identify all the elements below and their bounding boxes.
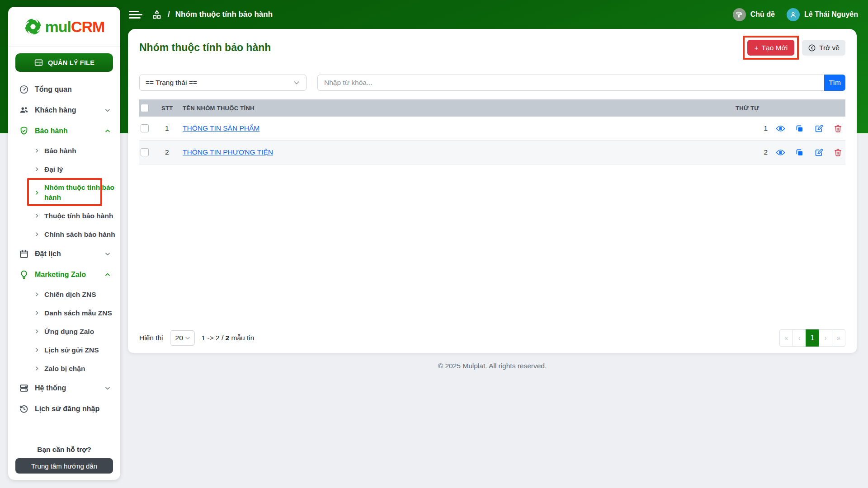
sidebar-subitem-lich-su-gui-zns[interactable]: Lịch sử gửi ZNS [8, 341, 120, 359]
sidebar-subitem-danh-sach-mau-zns[interactable]: Danh sách mẫu ZNS [8, 304, 120, 322]
sidebar-subitem-zalo-bi-chan[interactable]: Zalo bị chặn [8, 359, 120, 378]
row-name-link[interactable]: THÔNG TIN SẢN PHẨM [183, 124, 259, 132]
sidebar-item-tong-quan[interactable]: Tổng quan [8, 79, 120, 100]
page-title: Nhóm thuộc tính bảo hành [139, 42, 271, 54]
duplicate-icon[interactable] [795, 124, 804, 133]
row-checkbox[interactable] [141, 148, 149, 156]
theme-switcher[interactable]: Chủ đề [733, 8, 775, 21]
file-card-icon [34, 58, 43, 67]
page-size-value: 20 [175, 334, 183, 342]
prev-page-button[interactable]: ‹ [793, 329, 806, 347]
chevron-up-icon [104, 271, 111, 278]
row-checkbox[interactable] [141, 124, 149, 132]
view-icon[interactable] [776, 124, 785, 133]
sitemap-icon[interactable] [151, 9, 162, 20]
view-icon[interactable] [776, 148, 785, 157]
sidebar-subitem-label: Zalo bị chặn [44, 364, 85, 374]
hamburger-menu-icon[interactable] [129, 9, 142, 20]
theme-label: Chủ đề [750, 10, 775, 19]
delete-icon[interactable] [833, 148, 843, 157]
sidebar-subitem-ung-dung-zalo[interactable]: Ứng dụng Zalo [8, 322, 120, 341]
status-filter-value: == Trạng thái == [146, 79, 197, 87]
sidebar-subitem-label: Nhóm thuộc tính bảo hành [44, 183, 116, 202]
sidebar-item-he-thong[interactable]: Hệ thống [8, 378, 120, 399]
brand-logo[interactable]: mulCRM [8, 7, 120, 47]
sidebar-item-marketing-zalo[interactable]: Marketing Zalo [8, 264, 120, 285]
chevron-right-icon [34, 310, 40, 316]
edit-icon[interactable] [814, 124, 824, 133]
main-content-card: Nhóm thuộc tính bảo hành + Tạo Mới Trở v… [128, 29, 857, 353]
sidebar-subitem-label: Thuộc tính bảo hành [44, 211, 113, 221]
sidebar-item-lich-su-dang-nhap[interactable]: Lịch sử đăng nhập [8, 399, 120, 419]
sidebar-subitem-bao-hanh[interactable]: Bảo hành [8, 141, 120, 160]
status-filter-select[interactable]: == Trạng thái == [139, 75, 307, 91]
arrow-left-circle-icon [808, 44, 816, 52]
chevron-down-icon [104, 385, 111, 392]
breadcrumb-separator: / [168, 10, 170, 19]
sidebar-subitem-dai-ly[interactable]: Đại lý [8, 160, 120, 178]
sidebar-item-label: Tổng quan [35, 85, 111, 94]
sidebar-subitem-thuoc-tinh-bao-hanh[interactable]: Thuộc tính bảo hành [8, 206, 120, 225]
first-page-button[interactable]: « [779, 329, 793, 347]
sidebar-subitem-label: Lịch sử gửi ZNS [44, 345, 99, 355]
column-header-stt: STT [161, 105, 183, 112]
sidebar-help-section: Bạn cần hỗ trợ? Trung tâm hướng dẫn [8, 446, 120, 480]
paint-roller-icon [733, 8, 746, 21]
chevron-down-icon [184, 335, 191, 341]
row-stt: 1 [161, 124, 183, 132]
chevron-down-icon [293, 79, 300, 86]
copyright-footer: © 2025 Mulplat. All rights reserved. [128, 362, 857, 370]
table-row: 2 THÔNG TIN PHƯƠNG TIỆN 2 [139, 141, 845, 164]
sidebar-subitem-chinh-sach-bao-hanh[interactable]: Chính sách bảo hành [8, 225, 120, 244]
keyword-search-input[interactable] [317, 75, 824, 91]
pagination-bar: Hiển thị 20 1 -> 2 / 2 mẫu tin « ‹ 1 › » [139, 329, 845, 347]
row-order: 2 [735, 148, 773, 156]
sidebar-subitem-nhom-thuoc-tinh-bao-hanh[interactable]: Nhóm thuộc tính bảo hành [8, 178, 120, 206]
help-question: Bạn cần hỗ trợ? [15, 446, 113, 454]
edit-icon[interactable] [814, 148, 824, 157]
chevron-down-icon [104, 107, 111, 114]
plus-icon: + [754, 44, 758, 52]
sidebar-item-label: Đặt lịch [35, 250, 104, 258]
lightbulb-icon [19, 270, 29, 280]
sidebar-item-bao-hanh[interactable]: Bảo hành [8, 121, 120, 141]
user-menu[interactable]: Lê Thái Nguyên [787, 8, 858, 21]
chevron-down-icon [104, 250, 111, 258]
select-all-checkbox[interactable] [141, 104, 149, 112]
row-order: 1 [735, 124, 773, 132]
sidebar-subitem-label: Đại lý [44, 164, 63, 174]
chevron-right-icon [34, 291, 40, 297]
chevron-right-icon [34, 213, 40, 219]
page-1-button[interactable]: 1 [806, 329, 819, 347]
delete-icon[interactable] [833, 124, 843, 133]
row-name-link[interactable]: THÔNG TIN PHƯƠNG TIỆN [183, 148, 273, 156]
help-center-button[interactable]: Trung tâm hướng dẫn [15, 458, 113, 474]
chevron-up-icon [104, 127, 111, 135]
sidebar-item-label: Lịch sử đăng nhập [35, 405, 111, 413]
create-new-label: Tạo Mới [762, 44, 788, 52]
back-label: Trở về [819, 44, 840, 52]
sidebar-subitem-chien-dich-zns[interactable]: Chiến dịch ZNS [8, 285, 120, 304]
history-icon [19, 404, 29, 414]
user-name: Lê Thái Nguyên [804, 10, 858, 19]
chevron-right-icon [34, 231, 40, 237]
next-page-button[interactable]: › [819, 329, 832, 347]
column-header-name: TÊN NHÓM THUỘC TÍNH [183, 105, 735, 112]
avatar [787, 8, 800, 21]
chevron-right-icon [34, 166, 40, 172]
pager: « ‹ 1 › » [779, 329, 845, 347]
brand-swirl-icon [24, 18, 42, 36]
create-new-button[interactable]: + Tạo Mới [747, 40, 794, 56]
duplicate-icon[interactable] [795, 148, 804, 157]
last-page-button[interactable]: » [832, 329, 845, 347]
table-row: 1 THÔNG TIN SẢN PHẨM 1 [139, 117, 845, 141]
sidebar-item-khach-hang[interactable]: Khách hàng [8, 100, 120, 121]
records-summary: 1 -> 2 / 2 mẫu tin [202, 334, 255, 342]
page-size-select[interactable]: 20 [170, 330, 195, 346]
file-manager-button[interactable]: QUẢN LÝ FILE [15, 53, 113, 72]
sidebar-item-dat-lich[interactable]: Đặt lịch [8, 244, 120, 264]
back-button[interactable]: Trở về [802, 40, 845, 56]
search-button[interactable]: Tìm [824, 75, 845, 91]
shield-check-icon [19, 126, 29, 136]
page-size-label: Hiển thị [139, 334, 163, 342]
